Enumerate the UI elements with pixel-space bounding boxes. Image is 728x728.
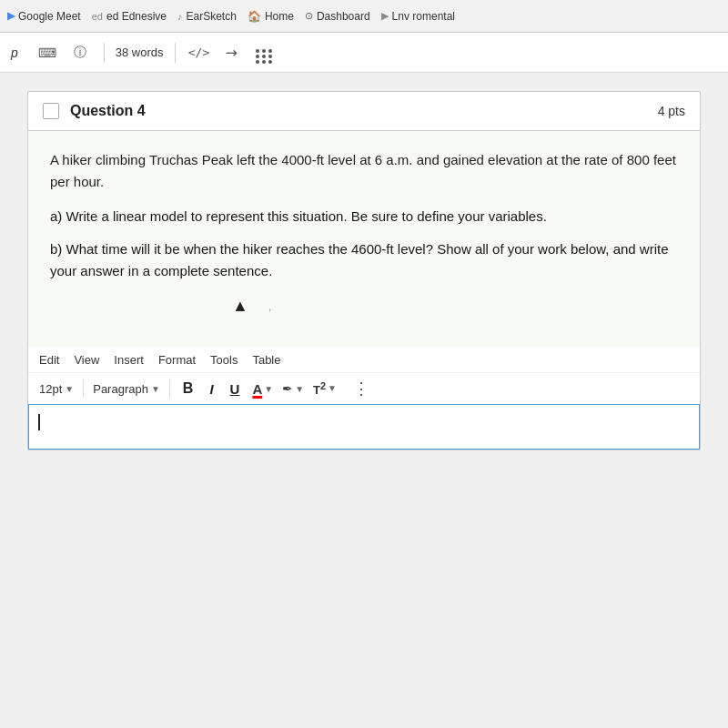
expand-icon: ↗ — [221, 42, 242, 63]
question-header: Question 4 4 pts — [28, 92, 700, 131]
question-pts: 4 pts — [658, 104, 685, 118]
menu-view[interactable]: View — [74, 353, 99, 367]
underline-button[interactable]: U — [227, 379, 244, 399]
info-icon-btn[interactable]: ⓘ — [67, 40, 93, 66]
text-cursor — [38, 414, 40, 430]
more-options-button[interactable]: ⋮ — [353, 379, 369, 399]
tab-google-meet[interactable]: ▶ Google Meet — [7, 10, 81, 23]
tick-mark: , — [268, 300, 271, 313]
paragraph-arrow: ▼ — [151, 384, 160, 394]
highlight-dropdown[interactable]: ✒ ▼ — [282, 381, 304, 396]
keyboard-icon-btn[interactable]: ⌨ — [35, 40, 60, 66]
tab-ed-ednesive[interactable]: ed ed Ednesive — [92, 10, 167, 23]
ed-icon: ed — [92, 11, 103, 22]
toolbar-divider-1 — [104, 43, 105, 63]
ear-icon: ♪ — [177, 11, 183, 22]
superscript-label: T2 — [313, 380, 326, 397]
grid-menu-button[interactable] — [252, 40, 278, 66]
question-card: Question 4 4 pts A hiker climbing Trucha… — [27, 91, 701, 450]
info-icon: ⓘ — [74, 45, 86, 61]
font-size-arrow: ▼ — [65, 384, 74, 394]
editor-toolbar-row: p ⌨ ⓘ 38 words </> ↗ — [0, 33, 728, 73]
font-size-dropdown[interactable]: 12pt ▼ — [39, 382, 74, 396]
highlight-arrow: ▼ — [295, 384, 304, 394]
paragraph-dropdown[interactable]: Paragraph ▼ — [93, 382, 160, 396]
question-part-a: a) Write a linear model to represent thi… — [50, 206, 678, 228]
font-color-dropdown[interactable]: A ▼ — [252, 381, 273, 397]
code-icon: </> — [188, 46, 209, 59]
home-icon: 🏠 — [248, 10, 261, 23]
tab-dashboard[interactable]: ⊙ Dashboard — [305, 10, 370, 23]
italic-button[interactable]: I — [206, 379, 217, 399]
browser-nav-bar: ▶ Google Meet ed ed Ednesive ♪ EarSketch… — [0, 0, 728, 33]
cursor-area: ▲ , — [50, 293, 678, 329]
answer-input-area[interactable] — [28, 404, 700, 450]
google-icon: ▶ — [7, 10, 15, 22]
cursor-arrow-icon: ▲ — [232, 297, 248, 316]
word-count-label: 38 words — [116, 46, 164, 59]
keyboard-icon: ⌨ — [38, 46, 56, 60]
menu-format[interactable]: Format — [158, 353, 196, 367]
tab-earsketch[interactable]: ♪ EarSketch — [177, 10, 237, 23]
code-view-button[interactable]: </> — [187, 40, 212, 66]
question-body: A hiker climbing Truchas Peak left the 4… — [28, 131, 700, 348]
menu-edit[interactable]: Edit — [39, 353, 59, 367]
expand-button[interactable]: ↗ — [219, 40, 245, 66]
menu-insert[interactable]: Insert — [114, 353, 144, 367]
format-divider-2 — [169, 379, 170, 398]
font-size-label: 12pt — [39, 382, 62, 396]
question-body-text: A hiker climbing Truchas Peak left the 4… — [50, 149, 678, 193]
superscript-arrow: ▼ — [328, 383, 337, 393]
tab-environmental[interactable]: ▶ Lnv romental — [381, 10, 455, 23]
font-color-label: A — [252, 381, 262, 397]
toolbar-icons: ⌨ ⓘ 38 words </> ↗ — [35, 40, 717, 66]
editor-menu-bar: Edit View Insert Format Tools Table — [28, 348, 700, 373]
editor-format-bar: 12pt ▼ Paragraph ▼ B I U A ▼ ✒ ▼ — [28, 373, 700, 404]
grid-icon — [256, 41, 273, 64]
question-part-b: b) What time will it be when the hiker r… — [50, 238, 678, 282]
paragraph-label: Paragraph — [93, 382, 148, 396]
highlight-icon: ✒ — [282, 381, 293, 396]
bold-button[interactable]: B — [179, 379, 197, 399]
question-checkbox[interactable] — [43, 103, 59, 119]
menu-tools[interactable]: Tools — [210, 353, 238, 367]
menu-table[interactable]: Table — [252, 353, 280, 367]
toolbar-divider-2 — [175, 43, 176, 63]
dashboard-icon: ⊙ — [305, 10, 313, 22]
superscript-dropdown[interactable]: T2 ▼ — [313, 380, 337, 397]
tab-home[interactable]: 🏠 Home — [248, 10, 294, 23]
question-title: Question 4 — [70, 103, 647, 119]
font-color-arrow: ▼ — [264, 384, 273, 394]
format-divider-1 — [83, 379, 84, 398]
paragraph-indicator: p — [11, 46, 18, 60]
env-icon: ▶ — [381, 10, 389, 22]
main-content: Question 4 4 pts A hiker climbing Trucha… — [0, 73, 728, 728]
